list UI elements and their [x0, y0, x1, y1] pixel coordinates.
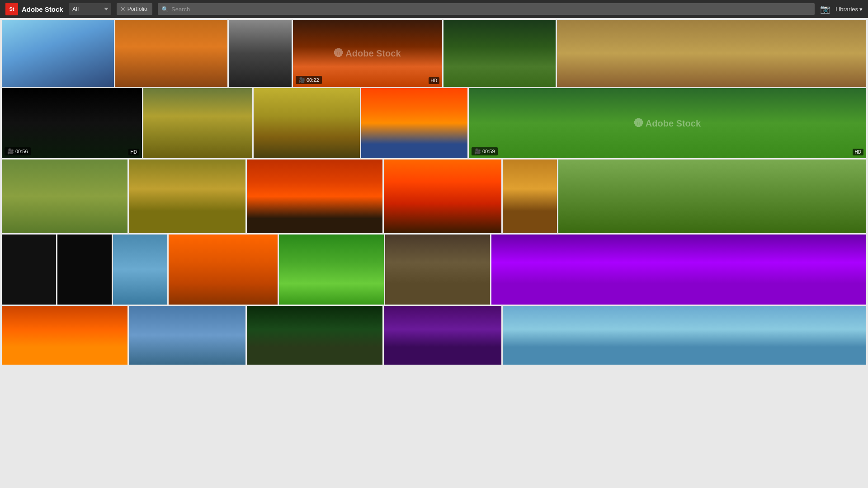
logo-text: Adobe Stock	[22, 5, 63, 13]
photo-row-5	[2, 306, 866, 365]
photo-tall-trees[interactable]	[503, 160, 557, 233]
photo-waterfall[interactable]	[385, 235, 490, 305]
photo-deer-forest[interactable]	[129, 160, 245, 233]
photo-purple-flower[interactable]	[491, 235, 866, 305]
photo-frog-green[interactable]	[279, 235, 384, 305]
portfolio-close-icon[interactable]: ✕	[120, 6, 126, 12]
adobe-icon: St	[5, 3, 18, 15]
photo-sunset-water[interactable]	[361, 88, 467, 158]
watermark: 🅐 Adobe Stock	[334, 48, 401, 59]
hd-badge-3: HD	[853, 149, 863, 155]
photo-photographer-sunset[interactable]	[247, 160, 382, 233]
photo-row-2: 00:56 HD 00:59 HD 🅐 Adobe Stock	[2, 88, 866, 158]
search-bar[interactable]: 🔍	[158, 3, 815, 15]
camera-video-icon-2	[7, 148, 14, 155]
video-dark-aerial[interactable]: 00:56 HD	[2, 88, 142, 158]
portfolio-label: Portfolio:	[127, 6, 149, 12]
adobe-stock-logo[interactable]: St Adobe Stock	[5, 3, 63, 15]
app-header: St Adobe Stock All Photos Videos Illustr…	[0, 0, 868, 18]
photo-ferris-wheel[interactable]	[2, 20, 114, 87]
photo-row-4	[2, 235, 866, 305]
video-duration-badge-2: 00:56	[5, 147, 31, 155]
photo-bird-branch[interactable]	[254, 88, 360, 158]
main-content: 00:22 HD 🅐 Adobe Stock 00:56 HD 00:59 HD…	[0, 18, 868, 488]
photo-misty-sunset[interactable]	[169, 235, 278, 305]
video-duration-badge-3: 00:59	[472, 147, 498, 155]
camera-video-icon-3	[474, 148, 481, 155]
photo-swamp-sunset[interactable]	[384, 160, 501, 233]
photo-conch-shell[interactable]	[57, 235, 112, 305]
photo-row-1: 00:22 HD 🅐 Adobe Stock	[2, 20, 866, 87]
photo-blue-water-reflection[interactable]	[129, 306, 245, 365]
chevron-down-icon: ▾	[859, 6, 863, 13]
search-icon: 🔍	[161, 6, 169, 13]
hd-badge-2: HD	[128, 149, 139, 155]
photo-birds-nest[interactable]	[557, 20, 866, 87]
photo-horse-foal[interactable]	[2, 160, 127, 233]
photo-orange-sky-silhouette[interactable]	[2, 306, 127, 365]
header-right-controls: 📷 Libraries ▾	[820, 4, 863, 14]
photo-bw-structure[interactable]	[229, 20, 292, 87]
photo-autumn-fog[interactable]	[143, 88, 252, 158]
libraries-button[interactable]: Libraries ▾	[835, 6, 863, 13]
camera-video-icon	[298, 77, 305, 83]
camera-icon[interactable]: 📷	[820, 4, 830, 14]
filter-dropdown[interactable]: All Photos Videos Illustrations Vectors …	[69, 3, 111, 15]
photo-orange-sunset-trees[interactable]	[115, 20, 227, 87]
photo-grid: 00:22 HD 🅐 Adobe Stock 00:56 HD 00:59 HD…	[2, 20, 866, 365]
photo-small-trees[interactable]	[558, 160, 866, 233]
hd-badge: HD	[429, 77, 439, 84]
photo-dark-flower[interactable]	[247, 306, 382, 365]
photo-purple-sky[interactable]	[384, 306, 501, 365]
photo-bright-sky[interactable]	[503, 306, 866, 365]
video-green-insect[interactable]: 00:59 HD 🅐 Adobe Stock	[469, 88, 866, 158]
photo-forest-path[interactable]	[443, 20, 556, 87]
video-dark-orange-sky[interactable]: 00:22 HD 🅐 Adobe Stock	[293, 20, 442, 87]
photo-heron-water[interactable]	[113, 235, 167, 305]
video-duration-badge: 00:22	[296, 76, 322, 84]
watermark-2: 🅐 Adobe Stock	[634, 118, 701, 128]
photo-row-3	[2, 160, 866, 233]
photo-snail-shell[interactable]	[2, 235, 56, 305]
portfolio-filter-tag[interactable]: ✕ Portfolio:	[117, 3, 152, 15]
search-input[interactable]	[171, 6, 811, 13]
